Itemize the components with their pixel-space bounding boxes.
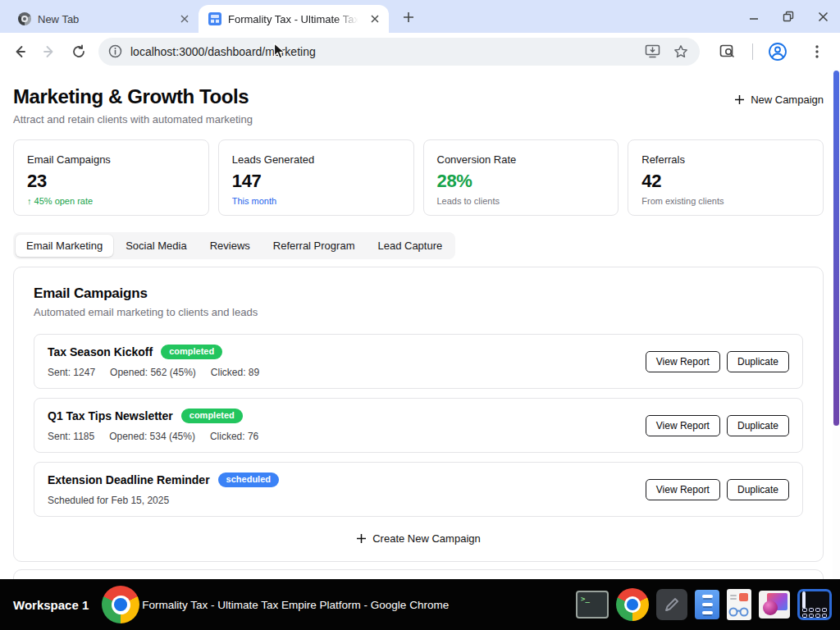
forward-icon[interactable] (34, 37, 64, 66)
chromium-icon (18, 12, 31, 25)
toolbar-divider (752, 43, 753, 60)
campaign-stat: Clicked: 89 (211, 367, 259, 378)
card-subtitle: Automated email marketing to clients and… (34, 306, 803, 318)
tab-search-icon[interactable] (713, 37, 742, 66)
campaign-stat: Sent: 1185 (48, 431, 94, 442)
window-controls (746, 0, 830, 33)
file-manager-icon[interactable] (695, 590, 719, 619)
browser-tab-formality-tax[interactable]: Formality Tax - Ultimate Tax Empire Plat… (199, 5, 389, 33)
tab-social-media[interactable]: Social Media (115, 235, 197, 257)
close-tab-icon[interactable] (177, 11, 192, 26)
tab-title: New Tab (38, 13, 171, 25)
tab-email-marketing[interactable]: Email Marketing (16, 235, 113, 257)
scrollbar-track[interactable] (833, 70, 840, 579)
chrome-launcher-icon[interactable] (616, 588, 649, 621)
campaign-name: Extension Deadline Reminder (48, 473, 210, 486)
campaign-name: Tax Season Kickoff (48, 345, 153, 358)
calculator-icon[interactable] (797, 589, 832, 620)
stat-value: 42 (641, 171, 810, 192)
taskbar: Workspace 1 Formality Tax - Ultimate Tax… (0, 579, 840, 630)
campaign-stat: Scheduled for Feb 15, 2025 (48, 495, 169, 506)
menu-kebab-icon[interactable] (802, 37, 832, 66)
tab-reviews[interactable]: Reviews (199, 235, 261, 257)
duplicate-button[interactable]: Duplicate (727, 351, 789, 372)
stat-card-email-campaigns: Email Campaigns 23 ↑ 45% open rate (13, 139, 209, 216)
browser-tab-strip: New Tab Formality Tax - Ultimate Tax Emp… (0, 0, 840, 33)
close-tab-icon[interactable] (368, 11, 382, 26)
new-campaign-button[interactable]: New Campaign (734, 94, 824, 106)
terminal-icon[interactable]: >_ (576, 591, 609, 619)
status-badge: completed (181, 409, 243, 423)
tab-referral-program[interactable]: Referral Program (262, 235, 366, 257)
browser-toolbar: localhost:3000/dashboard/marketing (0, 33, 840, 70)
taskbar-tray: >_ (576, 588, 832, 621)
text-editor-icon[interactable] (656, 589, 687, 620)
stat-value: 23 (27, 171, 195, 192)
document-viewer-icon[interactable] (727, 589, 751, 620)
url-text: localhost:3000/dashboard/marketing (130, 45, 645, 58)
status-badge: scheduled (218, 472, 279, 487)
taskbar-window-title: Formality Tax - Ultimate Tax Empire Plat… (142, 599, 449, 611)
page-content: Marketing & Growth Tools Attract and ret… (0, 70, 840, 579)
stat-label: Email Campaigns (27, 153, 195, 166)
browser-tab-new-tab[interactable]: New Tab (8, 5, 199, 33)
campaign-stat: Clicked: 76 (210, 431, 258, 442)
email-campaigns-card: Email Campaigns Automated email marketin… (13, 267, 824, 562)
stats-row: Email Campaigns 23 ↑ 45% open rate Leads… (13, 139, 824, 216)
campaign-row: Q1 Tax Tips Newsletter completed Sent: 1… (34, 398, 803, 453)
stat-card-leads-generated: Leads Generated 147 This month (218, 139, 414, 216)
stat-caption: Leads to clients (437, 196, 605, 206)
workspace-label: Workspace 1 (13, 598, 89, 612)
card-title: Email Campaigns (34, 285, 803, 302)
section-tabs: Email Marketing Social Media Reviews Ref… (13, 232, 455, 259)
view-report-button[interactable]: View Report (646, 479, 720, 500)
stat-label: Leads Generated (232, 153, 400, 166)
taskbar-window-entry[interactable]: Formality Tax - Ultimate Tax Empire Plat… (102, 586, 449, 623)
stat-value: 147 (232, 171, 400, 192)
page-title: Marketing & Growth Tools (13, 85, 253, 108)
back-icon[interactable] (5, 37, 34, 66)
tab-lead-capture[interactable]: Lead Capture (367, 235, 453, 257)
duplicate-button[interactable]: Duplicate (727, 415, 789, 436)
profile-avatar-icon[interactable] (763, 37, 792, 66)
stat-card-conversion-rate: Conversion Rate 28% Leads to clients (423, 139, 619, 216)
tab-title: Formality Tax - Ultimate Tax Empire Plat… (228, 13, 361, 25)
campaign-name: Q1 Tax Tips Newsletter (48, 409, 173, 422)
bookmark-star-icon[interactable] (673, 44, 688, 59)
calculator-favicon (208, 12, 221, 25)
view-report-button[interactable]: View Report (646, 351, 720, 372)
campaign-row: Tax Season Kickoff completed Sent: 1247 … (34, 334, 803, 389)
stat-caption: ↑ 45% open rate (27, 196, 195, 206)
stat-caption: This month (232, 196, 400, 206)
reload-icon[interactable] (64, 37, 94, 66)
restore-button[interactable] (781, 9, 796, 24)
status-badge: completed (161, 345, 222, 359)
new-tab-button[interactable] (397, 6, 420, 29)
image-viewer-icon[interactable] (759, 591, 790, 619)
campaign-stat: Sent: 1247 (48, 367, 95, 378)
site-info-icon[interactable] (108, 44, 122, 58)
stat-label: Referrals (641, 153, 810, 166)
minimize-button[interactable] (746, 9, 761, 24)
campaign-stat: Opened: 562 (45%) (110, 367, 196, 378)
chrome-icon (102, 586, 139, 623)
duplicate-button[interactable]: Duplicate (727, 479, 789, 500)
install-app-icon[interactable] (645, 44, 660, 58)
close-window-button[interactable] (815, 9, 830, 24)
campaign-row: Extension Deadline Reminder scheduled Sc… (34, 462, 803, 517)
view-report-button[interactable]: View Report (646, 415, 720, 436)
email-templates-card: Email Templates Pre-built templates for … (13, 569, 824, 579)
stat-value: 28% (437, 171, 605, 192)
scrollbar-thumb[interactable] (833, 71, 839, 426)
address-bar[interactable]: localhost:3000/dashboard/marketing (98, 38, 700, 66)
create-new-campaign-button[interactable]: Create New Campaign (356, 532, 481, 545)
stat-card-referrals: Referrals 42 From existing clients (628, 139, 824, 216)
campaign-stat: Opened: 534 (45%) (109, 431, 195, 442)
page-subtitle: Attract and retain clients with automate… (13, 113, 253, 126)
stat-label: Conversion Rate (437, 153, 605, 166)
stat-caption: From existing clients (641, 196, 810, 206)
